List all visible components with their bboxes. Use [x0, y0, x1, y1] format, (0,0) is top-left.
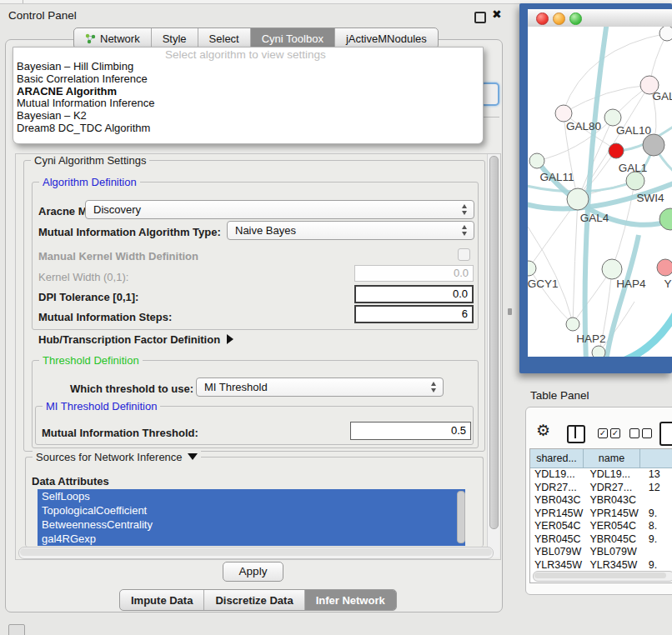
- float-panel-icon[interactable]: [474, 12, 486, 23]
- table-row[interactable]: YLR345WYLR345W9.: [530, 559, 672, 572]
- table-cell: YBR043C: [585, 494, 644, 508]
- kernel-width-label: Kernel Width (0,1):: [38, 271, 128, 283]
- algorithm-option[interactable]: Bayesian – K2: [17, 110, 479, 122]
- cyni-tab-infer-network[interactable]: Infer Network: [305, 590, 396, 610]
- dpi-tolerance-field[interactable]: 0.0: [354, 285, 474, 303]
- mi-steps-field[interactable]: 6: [354, 305, 474, 323]
- network-node[interactable]: [659, 208, 672, 230]
- tab-style[interactable]: Style: [152, 28, 198, 48]
- tab-jactivemnodules[interactable]: jActiveMNodules: [335, 28, 438, 48]
- tab-select[interactable]: Select: [198, 28, 251, 48]
- kernel-width-field[interactable]: 0.0: [354, 265, 474, 282]
- scrollbar-thumb[interactable]: [534, 572, 666, 578]
- deselect-all-icon[interactable]: [629, 428, 639, 438]
- apply-button[interactable]: Apply: [223, 562, 283, 582]
- tab-network[interactable]: Network: [74, 28, 152, 48]
- sources-legend[interactable]: Sources for Network Inference: [33, 451, 201, 463]
- algorithm-option[interactable]: Mutual Information Inference: [17, 98, 479, 110]
- column-header[interactable]: name: [584, 449, 640, 468]
- zoom-window-icon[interactable]: [569, 12, 582, 25]
- network-node-gcy1[interactable]: [528, 261, 536, 276]
- network-node-gal11[interactable]: [529, 153, 544, 168]
- stepper-arrows-icon[interactable]: [431, 382, 437, 392]
- table-row[interactable]: YBR045CYBR045C9.: [530, 533, 672, 547]
- close-window-icon[interactable]: [536, 12, 549, 25]
- table-cell: YBL079W: [530, 546, 585, 559]
- close-panel-icon[interactable]: ✖: [492, 8, 502, 21]
- cyni-tab-impute-data[interactable]: Impute Data: [120, 590, 204, 610]
- panel-splitter-handle[interactable]: [508, 308, 512, 315]
- network-canvas[interactable]: GALGAL80GAL10GAL1GAL11SWI4GAL4GCY1HAP4YH…: [528, 27, 672, 357]
- algorithm-option[interactable]: Basic Correlation Inference: [17, 73, 479, 86]
- table-cell: YDL19...: [585, 468, 644, 482]
- scrollbar-thumb[interactable]: [489, 156, 499, 529]
- new-table-icon[interactable]: [659, 422, 672, 446]
- network-node-gal4[interactable]: [567, 188, 589, 210]
- select-all-check-icon[interactable]: ✓: [610, 428, 620, 438]
- table-row[interactable]: YBL079WYBL079W: [530, 546, 672, 559]
- select-all-check-icon[interactable]: ✓: [598, 428, 608, 438]
- hub-definition-toggle[interactable]: Hub/Transcription Factor Definition: [38, 333, 233, 346]
- gear-icon[interactable]: ⚙: [536, 422, 550, 438]
- table-row[interactable]: YDR27...YDR27...12: [530, 482, 672, 495]
- split-columns-icon[interactable]: [567, 425, 585, 443]
- table-row[interactable]: YPR145WYPR145W9.: [530, 508, 672, 521]
- table-cell: [644, 546, 672, 559]
- network-node-y[interactable]: [657, 259, 672, 276]
- toolbar-divider: [23, 0, 23, 3]
- algorithm-option[interactable]: Bayesian – Hill Climbing: [17, 61, 479, 73]
- aracne-mode-value: Discovery: [93, 203, 141, 216]
- attribute-list-item[interactable]: gal4RGexp: [38, 532, 465, 546]
- network-node-hap2[interactable]: [566, 318, 579, 331]
- table-row[interactable]: YBR043CYBR043C: [530, 494, 672, 508]
- tab-cyni-toolbox[interactable]: Cyni Toolbox: [251, 28, 335, 48]
- column-header[interactable]: shared...: [530, 449, 584, 468]
- aracne-mode-select[interactable]: Discovery: [85, 200, 474, 219]
- minimize-window-icon[interactable]: [553, 12, 565, 25]
- mi-type-select[interactable]: Naive Bayes: [227, 221, 474, 240]
- attribute-list-item[interactable]: TopologicalCoefficient: [38, 503, 465, 518]
- network-node-swi4[interactable]: [626, 172, 644, 190]
- attribute-list-item[interactable]: SelfLoops: [38, 489, 465, 503]
- data-attributes-list[interactable]: SelfLoopsTopologicalCoefficientBetweenne…: [38, 489, 465, 546]
- node-label: GAL4: [580, 212, 609, 224]
- algorithm-option[interactable]: Dream8 DC_TDC Algorithm: [17, 122, 479, 135]
- network-node-gal80[interactable]: [555, 105, 572, 122]
- network-window-titlebar[interactable]: [528, 9, 672, 28]
- table-panel-title: Table Panel: [530, 389, 589, 402]
- algorithm-option[interactable]: ARACNE Algorithm: [17, 86, 479, 98]
- stepper-arrows-icon[interactable]: [462, 225, 468, 236]
- stepper-arrows-icon[interactable]: [462, 204, 468, 215]
- table-horizontal-scrollbar[interactable]: [533, 571, 672, 582]
- network-node[interactable]: [659, 27, 672, 41]
- settings-horizontal-scrollbar[interactable]: [18, 547, 494, 559]
- which-threshold-select[interactable]: MI Threshold: [196, 378, 444, 397]
- table-row[interactable]: YDL19...YDL19...13: [530, 468, 672, 482]
- table-row[interactable]: YER054CYER054C8.: [530, 520, 672, 533]
- node-label: GAL80: [566, 120, 601, 132]
- network-node[interactable]: [592, 346, 605, 357]
- attributes-scrollbar-thumb[interactable]: [457, 491, 465, 543]
- minimized-panel-grip[interactable]: [8, 624, 25, 635]
- cyni-tab-label: Discretize Data: [215, 594, 293, 607]
- network-view-window[interactable]: GALGAL80GAL10GAL1GAL11SWI4GAL4GCY1HAP4YH…: [519, 3, 672, 373]
- table-cell: YER054C: [585, 520, 644, 533]
- mi-type-value: Naive Bayes: [235, 224, 296, 237]
- cyni-tab-discretize-data[interactable]: Discretize Data: [204, 590, 304, 610]
- tab-label: Select: [209, 32, 239, 45]
- deselect-all-icon[interactable]: [642, 428, 652, 438]
- scrollbar-thumb[interactable]: [20, 548, 492, 556]
- algorithm-placeholder: Select algorithm to view settings: [165, 48, 326, 61]
- network-node[interactable]: [643, 134, 664, 156]
- node-label: GAL: [652, 90, 672, 102]
- table-cell: YDR27...: [530, 482, 585, 495]
- which-threshold-label: Which threshold to use:: [70, 382, 193, 395]
- column-header[interactable]: [640, 449, 672, 468]
- settings-vertical-scrollbar[interactable]: [487, 154, 499, 558]
- network-node-gal1[interactable]: [609, 143, 624, 158]
- manual-kernel-checkbox[interactable]: [458, 248, 470, 261]
- network-node-gal10[interactable]: [604, 109, 621, 126]
- network-node-hap4[interactable]: [602, 259, 622, 279]
- attribute-list-item[interactable]: BetweennessCentrality: [38, 518, 465, 532]
- mi-threshold-field[interactable]: 0.5: [350, 422, 471, 440]
